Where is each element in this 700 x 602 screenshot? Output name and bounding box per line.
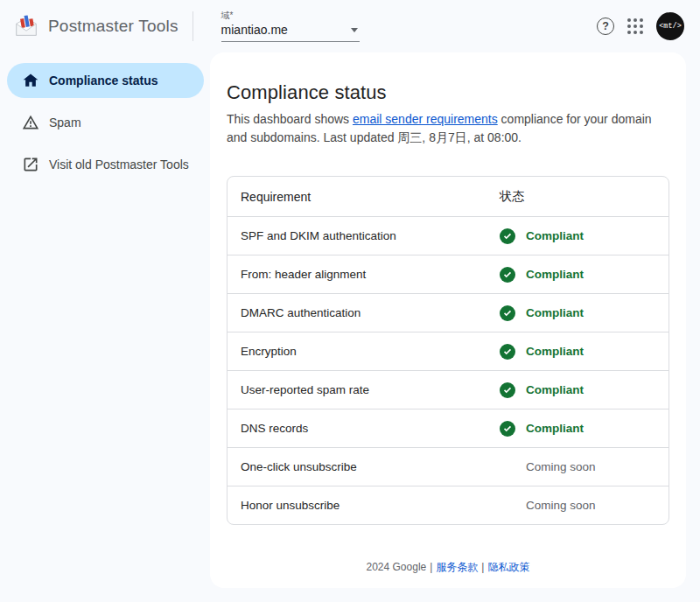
column-header-requirement: Requirement [228, 190, 500, 204]
status-label: Compliant [526, 345, 584, 358]
table-row: From: header alignment Compliant [228, 255, 668, 293]
sidebar: Compliance status Spam Visit old Postmas… [0, 52, 210, 189]
status-label: Coming soon [526, 499, 596, 512]
postmaster-logo-icon [13, 13, 39, 39]
status-cell: Coming soon [500, 459, 668, 475]
status-label: Coming soon [526, 460, 596, 473]
external-link-icon [22, 156, 39, 173]
help-icon: ? [597, 18, 614, 35]
status-label: Compliant [526, 268, 584, 281]
account-avatar[interactable]: <mt/> [656, 12, 684, 40]
apps-grid-icon [627, 18, 643, 34]
requirement-cell: DMARC authentication [228, 306, 500, 319]
footer-copyright: 2024 Google [367, 561, 427, 573]
footer-separator: | [430, 561, 432, 573]
domain-selector[interactable]: 域* miantiao.me [221, 10, 360, 42]
requirement-cell: Encryption [228, 345, 500, 358]
column-header-status: 状态 [500, 189, 668, 205]
page: Postmaster Tools 域* miantiao.me ? <mt/> [0, 0, 700, 602]
status-cell: Compliant [500, 305, 668, 321]
chevron-down-icon[interactable] [351, 28, 358, 32]
topbar-divider [192, 11, 193, 41]
table-header-row: Requirement 状态 [228, 177, 668, 216]
status-cell: Compliant [500, 344, 668, 360]
status-cell: Compliant [500, 421, 668, 437]
table-row: User-reported spam rate Compliant [228, 370, 668, 409]
compliance-table-body: SPF and DKIM authentication Compliant Fr… [228, 216, 668, 524]
domain-value: miantiao.me [221, 23, 288, 37]
description-prefix: This dashboard shows [227, 112, 353, 126]
status-cell: Coming soon [500, 498, 668, 514]
status-cell: Compliant [500, 267, 668, 283]
domain-field-label: 域* [221, 10, 360, 21]
topbar-actions: ? <mt/> [597, 12, 700, 40]
sidebar-item-label: Spam [49, 116, 81, 130]
check-circle-icon [500, 421, 515, 437]
footer-separator: | [481, 561, 484, 573]
requirement-cell: User-reported spam rate [228, 383, 500, 396]
sidebar-item-compliance-status[interactable]: Compliance status [7, 63, 204, 98]
sidebar-item-visit-old-postmaster-tools[interactable]: Visit old Postmaster Tools [7, 147, 204, 182]
sidebar-item-label: Visit old Postmaster Tools [49, 158, 189, 172]
requirement-cell: Honor unsubscribe [228, 499, 500, 512]
check-circle-icon [500, 344, 515, 360]
compliance-table: Requirement 状态 SPF and DKIM authenticati… [227, 176, 669, 525]
requirement-cell: DNS records [228, 422, 500, 435]
check-circle-icon [500, 228, 515, 244]
check-circle-icon [500, 382, 515, 398]
table-row: DMARC authentication Compliant [228, 293, 668, 332]
requirement-cell: One-click unsubscribe [228, 460, 500, 473]
brand: Postmaster Tools [0, 13, 178, 39]
table-row: One-click unsubscribe Coming soon [228, 447, 668, 486]
status-cell: Compliant [500, 382, 668, 398]
status-cell: Compliant [500, 228, 668, 244]
footer-privacy-link[interactable]: 隐私政策 [487, 561, 529, 573]
warning-icon [22, 114, 39, 131]
check-circle-icon [500, 267, 515, 283]
table-row: DNS records Compliant [228, 409, 668, 447]
table-row: Encryption Compliant [228, 332, 668, 370]
requirement-cell: From: header alignment [228, 268, 500, 281]
footer: 2024 Google|服务条款|隐私政策 [210, 560, 686, 575]
status-label: Compliant [526, 422, 584, 435]
status-label: Compliant [526, 229, 584, 242]
page-title: Compliance status [227, 81, 669, 104]
main-content-card: Compliance status This dashboard shows e… [210, 52, 686, 588]
table-row: SPF and DKIM authentication Compliant [228, 216, 668, 255]
app-title: Postmaster Tools [48, 17, 178, 36]
home-icon [22, 72, 39, 89]
requirement-cell: SPF and DKIM authentication [228, 229, 500, 242]
sidebar-item-label: Compliance status [49, 74, 158, 88]
table-row: Honor unsubscribe Coming soon [228, 486, 668, 524]
sidebar-item-spam[interactable]: Spam [7, 105, 204, 140]
check-circle-icon [500, 305, 515, 321]
topbar: Postmaster Tools 域* miantiao.me ? <mt/> [0, 0, 700, 52]
page-description: This dashboard shows email sender requir… [227, 110, 669, 147]
status-label: Compliant [526, 306, 584, 319]
footer-terms-link[interactable]: 服务条款 [436, 561, 478, 573]
email-sender-requirements-link[interactable]: email sender requirements [353, 112, 498, 126]
status-label: Compliant [526, 383, 584, 396]
apps-grid-button[interactable] [627, 18, 643, 34]
help-button[interactable]: ? [597, 18, 614, 35]
